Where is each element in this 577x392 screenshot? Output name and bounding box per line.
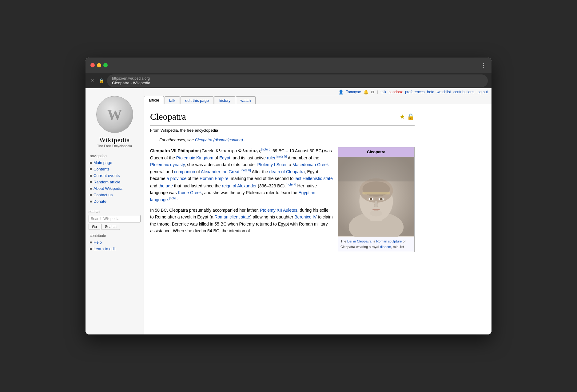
svg-rect-15 <box>362 192 390 195</box>
roman-client-state-link[interactable]: Roman client state <box>214 214 250 219</box>
bullet-icon <box>90 194 92 196</box>
sidebar-item-help[interactable]: Help <box>86 239 144 246</box>
ruler-link[interactable]: ruler <box>267 155 275 160</box>
tab-article[interactable]: article <box>144 96 164 104</box>
random-article-link[interactable]: Random article <box>94 180 120 184</box>
svg-rect-16 <box>338 157 414 181</box>
sidebar-item-about-wikipedia[interactable]: About Wikipedia <box>86 185 144 192</box>
navigation-label: navigation <box>86 154 107 158</box>
infobox: Cleopatra <box>338 147 415 252</box>
ptolemaic-kingdom-link[interactable]: Ptolemaic Kingdom <box>176 155 213 160</box>
disambiguation-link[interactable]: Cleopatra (disambiguation) <box>195 138 243 142</box>
berlin-cleopatra-link[interactable]: Berlin Cleopatra <box>347 239 372 243</box>
tab-close-button[interactable]: × <box>89 77 96 85</box>
ref-note8[interactable]: [note 8] <box>169 197 179 200</box>
roman-empire-link[interactable]: Roman Empire <box>200 176 228 181</box>
alexander-link[interactable]: Alexander the Great <box>201 169 239 174</box>
search-input[interactable] <box>89 215 141 222</box>
wiki-logo <box>95 94 135 134</box>
bullet-icon <box>90 201 92 202</box>
diadem-link[interactable]: diadem <box>380 245 391 249</box>
last-hellenistic-link[interactable]: last Hellenistic state <box>295 176 333 181</box>
article-title: Cleopatra ★ 🔒 <box>150 109 415 126</box>
disambiguation-text-suffix: . <box>244 138 245 142</box>
learn-to-edit-link[interactable]: Learn to edit <box>94 246 116 251</box>
bullet-icon <box>90 168 92 170</box>
roman-sculpture-link[interactable]: Roman sculpture <box>376 239 402 243</box>
companion-link[interactable]: companion <box>174 169 195 174</box>
main-page-link[interactable]: Main page <box>94 160 112 165</box>
ref-note7[interactable]: [note 7] <box>286 183 296 186</box>
star-icon[interactable]: ★ <box>400 112 405 122</box>
article-title-text: Cleopatra <box>150 109 186 124</box>
envelope-icon[interactable]: ✉ <box>371 90 375 94</box>
tab-title: Cleopatra - Wikipedia <box>112 81 483 85</box>
koine-greek-link[interactable]: Koine Greek <box>178 190 202 195</box>
wiki-page: Wikipedia The Free Encyclopedia navigati… <box>86 88 491 334</box>
ptolemy-xii-link[interactable]: Ptolemy XII Auletes <box>260 208 297 213</box>
contributions-link[interactable]: contributions <box>453 90 474 94</box>
username-link[interactable]: Tomayac <box>346 90 361 94</box>
egyptian-language-link[interactable]: Egyptian language <box>150 190 315 202</box>
url-text: https://en.wikipedia.org <box>112 76 483 81</box>
user-bar: 👤 Tomayac 🔔 ✉ | talk sandbox preferences… <box>144 88 491 96</box>
padlock-icon[interactable]: 🔒 <box>407 112 415 122</box>
sidebar-item-current-events[interactable]: Current events <box>86 172 144 179</box>
logout-link[interactable]: log out <box>477 90 488 94</box>
maximize-button[interactable] <box>103 63 108 67</box>
contribute-label: contribute <box>86 234 106 238</box>
ptolemy-link[interactable]: Ptolemy I Soter <box>257 162 286 167</box>
article-body: Cleopatra ★ 🔒 From Wikipedia, the free e… <box>144 104 421 260</box>
sidebar-item-contact-us[interactable]: Contact us <box>86 192 144 198</box>
browser-menu-icon[interactable]: ⋮ <box>480 62 487 69</box>
user-icon: 👤 <box>338 90 344 94</box>
sidebar-item-main-page[interactable]: Main page <box>86 159 144 166</box>
bullet-icon <box>90 188 92 190</box>
sidebar-item-donate[interactable]: Donate <box>86 198 144 205</box>
beta-link[interactable]: beta <box>427 90 434 94</box>
about-wikipedia-link[interactable]: About Wikipedia <box>94 186 122 191</box>
help-link[interactable]: Help <box>94 240 102 245</box>
sandbox-link[interactable]: sandbox <box>389 90 403 94</box>
macedonian-greek-link[interactable]: Macedonian Greek <box>292 162 329 167</box>
bullet-icon <box>90 248 92 250</box>
talk-link[interactable]: talk <box>380 90 386 94</box>
reign-link[interactable]: reign of Alexander <box>222 183 257 188</box>
search-section: search Go Search <box>86 205 144 231</box>
tab-watch[interactable]: watch <box>236 96 256 104</box>
infobox-caption: The Berlin Cleopatra, a Roman sculpture … <box>338 237 414 251</box>
egypt-link[interactable]: Egypt <box>219 155 230 160</box>
ref-note5b[interactable]: [note 5] <box>277 155 287 158</box>
contents-link[interactable]: Contents <box>94 167 109 171</box>
close-button[interactable] <box>90 63 95 67</box>
minimize-button[interactable] <box>97 63 101 67</box>
title-icons: ★ 🔒 <box>400 112 415 122</box>
bell-icon[interactable]: 🔔 <box>363 90 368 94</box>
disambiguation-text-prefix: For other uses, see <box>159 138 195 142</box>
preferences-link[interactable]: preferences <box>405 90 424 94</box>
current-events-link[interactable]: Current events <box>94 173 120 178</box>
contact-us-link[interactable]: Contact us <box>94 193 113 197</box>
sidebar-item-contents[interactable]: Contents <box>86 166 144 172</box>
sidebar-item-random-article[interactable]: Random article <box>86 179 144 185</box>
bullet-icon <box>90 162 92 164</box>
ptolemaic-dynasty-link[interactable]: Ptolemaic dynasty <box>150 162 185 167</box>
wiki-name: Wikipedia <box>99 136 130 144</box>
sidebar-item-learn-to-edit[interactable]: Learn to edit <box>86 246 144 252</box>
ref-note6[interactable]: [note 6] <box>241 169 251 172</box>
tab-edit-this-page[interactable]: edit this page <box>181 96 213 104</box>
ref-note5a[interactable]: [note 5] <box>261 148 271 151</box>
donate-link[interactable]: Donate <box>94 199 106 204</box>
search-button[interactable]: Search <box>101 224 120 230</box>
province-link[interactable]: a province <box>167 176 187 181</box>
berenice-iv-link[interactable]: Berenice IV <box>294 214 316 219</box>
bold-intro: Cleopatra VII Philopator <box>150 148 199 153</box>
tab-history[interactable]: history <box>214 96 235 104</box>
watchlist-link[interactable]: watchlist <box>437 90 451 94</box>
url-bar[interactable]: https://en.wikipedia.org Cleopatra - Wik… <box>107 74 488 87</box>
tab-talk[interactable]: talk <box>165 96 180 104</box>
death-of-cleopatra-link[interactable]: death of Cleopatra <box>269 169 305 174</box>
intro-paragraph: Cleopatra VII Philopator (Greek: Κλεοπάτ… <box>150 147 333 203</box>
the-age-link[interactable]: the age <box>158 183 173 188</box>
go-button[interactable]: Go <box>89 224 100 230</box>
